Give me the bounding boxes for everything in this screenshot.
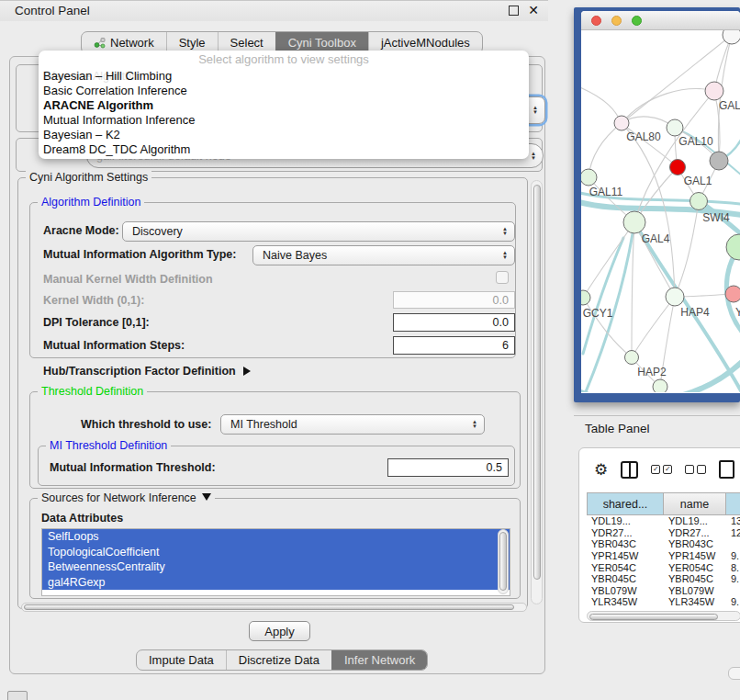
table-cell: 12	[726, 527, 740, 538]
node-gal80[interactable]	[614, 116, 629, 130]
mi-threshold-value: 0.5	[487, 461, 502, 474]
network-canvas[interactable]: GALGAL80GAL10GAL1GAL11SWI4GAL4GCY1HAP4YH…	[581, 30, 740, 392]
bottom-tab-impute-data-label: Impute Data	[149, 653, 214, 667]
bottom-tab-infer-network[interactable]: Infer Network	[331, 650, 427, 670]
column-header-shared[interactable]: shared...	[587, 492, 664, 515]
node-hap4[interactable]	[666, 288, 684, 306]
table-cell: 13	[726, 515, 740, 526]
apply-button[interactable]: Apply	[249, 621, 310, 641]
partial-toolbar-button[interactable]	[7, 691, 28, 700]
settings-hscrollbar[interactable]	[21, 603, 527, 612]
settings-scrollbar[interactable]	[531, 180, 543, 604]
node-gal4[interactable]	[623, 211, 645, 233]
attribute-item-topologicalcoefficient[interactable]: TopologicalCoefficient	[42, 545, 510, 560]
threshold-definition-title: Threshold Definition	[38, 385, 147, 398]
network-edge[interactable]	[632, 297, 675, 357]
data-attributes-list[interactable]: SelfLoopsTopologicalCoefficientBetweenne…	[41, 528, 510, 596]
titlebar-divider	[0, 0, 548, 1]
table-row[interactable]: YPR145WYPR145W9.	[587, 550, 740, 562]
node-swi4-label: SWI4	[702, 211, 730, 224]
attribute-item-betweennesscentrality[interactable]: BetweennessCentrality	[42, 559, 510, 575]
sources-title[interactable]: Sources for Network Inference	[38, 491, 215, 504]
node-y-partial[interactable]	[725, 286, 740, 302]
float-panel-icon[interactable]	[509, 6, 519, 16]
node-hap2[interactable]	[625, 351, 639, 365]
hub-tf-expander[interactable]: Hub/Transcription Factor Definition	[43, 365, 251, 378]
table-cell: YDL19...	[664, 515, 726, 526]
network-edge[interactable]	[622, 89, 714, 123]
table-row[interactable]: YBR043CYBR043C	[587, 538, 740, 550]
network-view-frame[interactable]: GALGAL80GAL10GAL1GAL11SWI4GAL4GCY1HAP4YH…	[574, 7, 740, 402]
attributes-scrollbar[interactable]	[498, 529, 509, 594]
table-hscrollbar-thumb[interactable]	[589, 614, 718, 620]
attribute-item-gal4rgexp[interactable]: gal4RGexp	[42, 575, 510, 591]
algorithm-option-mutual-information-inference[interactable]: Mutual Information Inference	[39, 113, 529, 128]
table-cell: YPR145W	[587, 550, 664, 561]
node-gal-partial[interactable]	[705, 82, 723, 100]
bottom-tab-impute-data[interactable]: Impute Data	[137, 650, 226, 670]
table-cell: YBL079W	[587, 585, 664, 596]
column-header-name[interactable]: name	[664, 492, 726, 515]
settings-scrollbar-thumb[interactable]	[533, 185, 541, 580]
table-cell: YLR345W	[587, 596, 664, 607]
which-threshold-combobox[interactable]: MI Threshold ▲▼	[220, 414, 485, 435]
manual-kernel-checkbox[interactable]	[496, 271, 509, 284]
table-row[interactable]: YER054CYER054C8.	[587, 561, 740, 573]
table-cell: YER054C	[664, 562, 726, 573]
algorithm-option-bayesian-k2[interactable]: Bayesian – K2	[39, 128, 529, 142]
table-row[interactable]: YLR345WYLR345W9.	[587, 596, 740, 608]
mi-type-combobox[interactable]: Naive Bayes ▲▼	[252, 245, 515, 265]
table-hscrollbar[interactable]	[587, 611, 740, 621]
network-edge[interactable]	[581, 85, 622, 123]
settings-hscrollbar-thumb[interactable]	[24, 604, 514, 610]
export-table-icon[interactable]	[719, 460, 734, 479]
table-cell: YDR27...	[664, 527, 726, 538]
table-panel-title: Table Panel	[585, 422, 650, 435]
attribute-item-selfloops[interactable]: SelfLoops	[42, 529, 510, 545]
mi-threshold-field[interactable]: 0.5	[387, 458, 509, 477]
algorithm-dropdown-popup: Select algorithm to view settings Bayesi…	[39, 51, 529, 159]
split-columns-icon[interactable]	[621, 461, 638, 479]
node-gray[interactable]	[710, 152, 728, 170]
close-window-icon[interactable]	[591, 16, 601, 26]
bottom-tab-discretize-data[interactable]: Discretize Data	[226, 650, 331, 670]
minimize-window-icon[interactable]	[611, 16, 622, 26]
kernel-width-field[interactable]: 0.0	[393, 291, 515, 309]
select-all-icon[interactable]: ✓✓	[651, 465, 672, 474]
close-panel-icon[interactable]: ✕	[528, 6, 539, 16]
node-y-partial-label: Y	[735, 306, 740, 319]
node-gal11[interactable]	[581, 169, 597, 186]
zoom-window-icon[interactable]	[632, 16, 642, 26]
table-row[interactable]: YDR27...YDR27...12	[587, 527, 740, 539]
node-gal10[interactable]	[667, 119, 683, 136]
algorithm-option-dream8-dc-tdc-algorithm[interactable]: Dream8 DC_TDC Algorithm	[39, 142, 529, 157]
stepper-icon: ▲▼	[530, 106, 541, 115]
network-edge[interactable]	[622, 35, 732, 123]
table-cell: YBR045C	[664, 573, 726, 584]
column-header-col3[interactable]	[726, 492, 740, 515]
mi-steps-field[interactable]: 6	[393, 336, 515, 355]
aracne-mode-combobox[interactable]: Discovery ▲▼	[122, 221, 515, 242]
table-cell: YBR043C	[587, 538, 664, 549]
node-partial-right[interactable]	[726, 234, 740, 260]
gear-icon[interactable]: ⚙	[594, 462, 608, 478]
node-gcy1[interactable]	[581, 290, 590, 305]
node-swi4[interactable]	[690, 193, 708, 210]
table-row[interactable]: YBL079WYBL079W	[587, 585, 740, 597]
algorithm-option-aracne-algorithm[interactable]: ARACNE Algorithm	[39, 98, 529, 113]
table-cell: 9.	[726, 550, 740, 561]
deselect-all-icon[interactable]	[685, 465, 706, 474]
node-partial-bottom[interactable]	[653, 379, 667, 392]
algorithm-option-basic-correlation-inference[interactable]: Basic Correlation Inference	[39, 84, 529, 98]
control-panel-titlebar: Control Panel ✕	[0, 0, 548, 21]
attributes-scrollbar-thumb[interactable]	[499, 532, 507, 591]
network-edge[interactable]	[675, 201, 699, 297]
table-cell: YBR045C	[587, 573, 664, 584]
node-gal80-label: GAL80	[626, 130, 661, 143]
table-row[interactable]: YDL19...YDL19...13	[587, 515, 740, 527]
node-gal1[interactable]	[670, 160, 686, 175]
node-partial-top[interactable]	[723, 30, 740, 44]
dpi-tolerance-field[interactable]: 0.0	[393, 313, 515, 332]
table-row[interactable]: YBR045CYBR045C9.	[587, 573, 740, 585]
network-edge[interactable]	[589, 123, 622, 177]
